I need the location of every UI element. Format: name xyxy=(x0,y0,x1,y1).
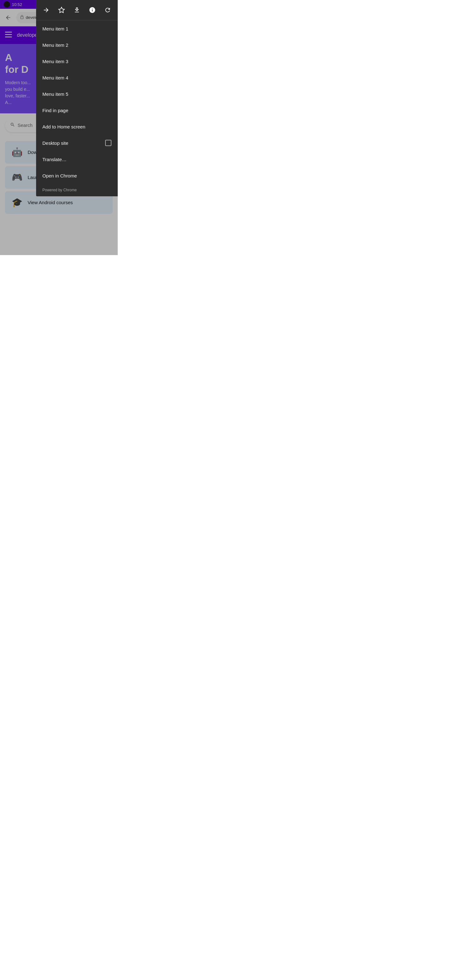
menu-item-1[interactable]: Menu item 1 xyxy=(36,21,118,37)
info-button[interactable] xyxy=(86,4,98,16)
find-in-page-label: Find in page xyxy=(42,108,68,113)
download-button[interactable] xyxy=(71,4,83,16)
desktop-site-checkbox[interactable] xyxy=(105,140,111,146)
menu-item-2-label: Menu item 2 xyxy=(42,42,68,48)
menu-item-4-label: Menu item 4 xyxy=(42,75,68,80)
desktop-site-label: Desktop site xyxy=(42,140,68,146)
menu-item-3[interactable]: Menu item 3 xyxy=(36,53,118,69)
menu-item-1-label: Menu item 1 xyxy=(42,26,68,32)
menu-item-4[interactable]: Menu item 4 xyxy=(36,69,118,86)
forward-button[interactable] xyxy=(40,4,52,16)
menu-item-3-label: Menu item 3 xyxy=(42,59,68,64)
translate[interactable]: Translate… xyxy=(36,151,118,167)
open-in-chrome-label: Open in Chrome xyxy=(42,173,77,178)
menu-toolbar xyxy=(36,0,118,21)
menu-footer: Powered by Chrome xyxy=(36,184,118,196)
find-in-page[interactable]: Find in page xyxy=(36,102,118,118)
menu-item-5-label: Menu item 5 xyxy=(42,91,68,97)
add-to-home[interactable]: Add to Home screen xyxy=(36,118,118,135)
powered-by-text: Powered by Chrome xyxy=(42,188,76,192)
menu-item-5[interactable]: Menu item 5 xyxy=(36,86,118,102)
svg-marker-13 xyxy=(59,7,64,13)
menu-items-container: Menu item 1Menu item 2Menu item 3Menu it… xyxy=(36,21,118,184)
desktop-site[interactable]: Desktop site xyxy=(36,135,118,151)
add-to-home-label: Add to Home screen xyxy=(42,124,86,129)
dropdown-menu: Menu item 1Menu item 2Menu item 3Menu it… xyxy=(36,0,118,196)
bookmark-button[interactable] xyxy=(55,4,68,16)
menu-item-2[interactable]: Menu item 2 xyxy=(36,37,118,53)
open-in-chrome[interactable]: Open in Chrome xyxy=(36,167,118,184)
translate-label: Translate… xyxy=(42,157,67,162)
refresh-button[interactable] xyxy=(102,4,114,16)
